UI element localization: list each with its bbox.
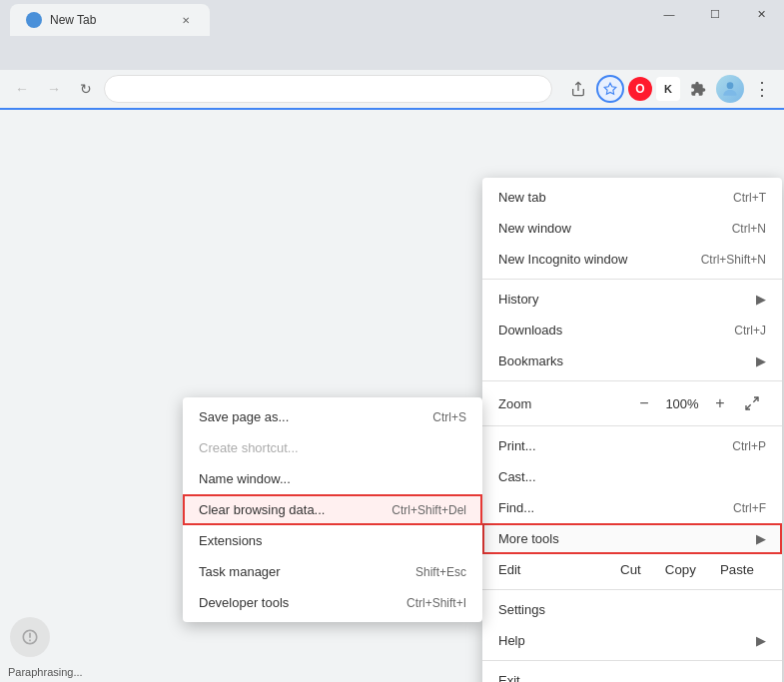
maximize-button[interactable]: ☐ bbox=[692, 0, 738, 28]
zoom-fullscreen-button[interactable] bbox=[738, 389, 766, 417]
svg-line-3 bbox=[746, 404, 751, 409]
share-icon[interactable] bbox=[564, 75, 592, 103]
settings-label: Settings bbox=[498, 602, 766, 617]
opera-icon[interactable]: O bbox=[628, 77, 652, 101]
zoom-label: Zoom bbox=[498, 396, 630, 411]
tab-close-button[interactable]: ✕ bbox=[178, 12, 194, 28]
zoom-plus-button[interactable]: + bbox=[706, 389, 734, 417]
extensions-label: Extensions bbox=[199, 533, 466, 548]
menu-item-history[interactable]: History ▶ bbox=[482, 284, 782, 315]
clear-browsing-shortcut: Ctrl+Shift+Del bbox=[392, 503, 466, 517]
main-menu: New tab Ctrl+T New window Ctrl+N New Inc… bbox=[482, 178, 782, 682]
browser-window: New Tab ✕ — ☐ ✕ ← → ↻ bbox=[0, 0, 784, 682]
copy-button[interactable]: Copy bbox=[653, 558, 708, 581]
tab-favicon bbox=[26, 12, 42, 28]
active-tab[interactable]: New Tab ✕ bbox=[10, 4, 210, 36]
close-button[interactable]: ✕ bbox=[738, 0, 784, 28]
edit-row: Edit Cut Copy Paste bbox=[482, 554, 782, 585]
menu-button[interactable]: ⋮ bbox=[748, 75, 776, 103]
menu-item-find[interactable]: Find... Ctrl+F bbox=[482, 492, 782, 523]
downloads-label: Downloads bbox=[498, 323, 714, 338]
submenu-item-task-manager[interactable]: Task manager Shift+Esc bbox=[183, 556, 482, 587]
tab-title: New Tab bbox=[50, 13, 170, 27]
menu-item-help[interactable]: Help ▶ bbox=[482, 625, 782, 656]
paste-button[interactable]: Paste bbox=[708, 558, 766, 581]
cast-label: Cast... bbox=[498, 469, 766, 484]
svg-point-1 bbox=[727, 82, 734, 89]
divider-1 bbox=[482, 279, 782, 280]
toolbar-icons: O K ⋮ bbox=[564, 75, 776, 103]
svg-line-2 bbox=[753, 397, 758, 402]
divider-5 bbox=[482, 660, 782, 661]
new-window-shortcut: Ctrl+N bbox=[732, 222, 766, 236]
minimize-button[interactable]: — bbox=[646, 0, 692, 28]
print-label: Print... bbox=[498, 438, 712, 453]
new-tab-label: New tab bbox=[498, 190, 713, 205]
divider-3 bbox=[482, 425, 782, 426]
divider-2 bbox=[482, 380, 782, 381]
status-text: Paraphrasing... bbox=[8, 666, 83, 678]
submenu-item-save-page[interactable]: Save page as... Ctrl+S bbox=[183, 401, 482, 432]
submenu-item-name-window[interactable]: Name window... bbox=[183, 463, 482, 494]
new-tab-shortcut: Ctrl+T bbox=[733, 191, 766, 205]
help-label: Help bbox=[498, 633, 752, 648]
forward-button[interactable]: → bbox=[40, 75, 68, 103]
name-window-label: Name window... bbox=[199, 471, 466, 486]
submenu-item-create-shortcut[interactable]: Create shortcut... bbox=[183, 432, 482, 463]
bookmarks-arrow: ▶ bbox=[756, 353, 766, 368]
menu-item-new-window[interactable]: New window Ctrl+N bbox=[482, 213, 782, 244]
menu-item-bookmarks[interactable]: Bookmarks ▶ bbox=[482, 345, 782, 376]
cut-button[interactable]: Cut bbox=[608, 558, 653, 581]
more-tools-label: More tools bbox=[498, 531, 752, 546]
print-shortcut: Ctrl+P bbox=[732, 439, 766, 453]
zoom-row: Zoom − 100% + bbox=[482, 385, 782, 421]
sidebar-icon[interactable] bbox=[10, 617, 50, 657]
menu-item-downloads[interactable]: Downloads Ctrl+J bbox=[482, 315, 782, 345]
new-window-label: New window bbox=[498, 221, 712, 236]
k-extension-icon[interactable]: K bbox=[656, 77, 680, 101]
zoom-value: 100% bbox=[658, 396, 706, 411]
browser-top: New Tab ✕ — ☐ ✕ bbox=[0, 0, 784, 70]
incognito-shortcut: Ctrl+Shift+N bbox=[701, 253, 766, 267]
help-arrow: ▶ bbox=[756, 633, 766, 648]
main-content: New tab Ctrl+T New window Ctrl+N New Inc… bbox=[0, 110, 784, 682]
history-arrow: ▶ bbox=[756, 292, 766, 307]
extensions-icon[interactable] bbox=[684, 75, 712, 103]
edit-label: Edit bbox=[498, 562, 608, 577]
menu-item-print[interactable]: Print... Ctrl+P bbox=[482, 430, 782, 461]
window-controls: — ☐ ✕ bbox=[646, 0, 784, 28]
profile-icon[interactable] bbox=[716, 75, 744, 103]
submenu-item-extensions[interactable]: Extensions bbox=[183, 525, 482, 556]
submenu-item-developer-tools[interactable]: Developer tools Ctrl+Shift+I bbox=[183, 587, 482, 618]
bookmark-icon[interactable] bbox=[596, 75, 624, 103]
menu-item-more-tools[interactable]: More tools ▶ bbox=[482, 523, 782, 554]
reload-button[interactable]: ↻ bbox=[72, 75, 100, 103]
menu-item-settings[interactable]: Settings bbox=[482, 594, 782, 625]
create-shortcut-label: Create shortcut... bbox=[199, 440, 466, 455]
exit-label: Exit bbox=[498, 673, 766, 682]
menu-item-new-tab[interactable]: New tab Ctrl+T bbox=[482, 182, 782, 213]
downloads-shortcut: Ctrl+J bbox=[734, 324, 766, 338]
developer-tools-label: Developer tools bbox=[199, 595, 406, 610]
svg-marker-0 bbox=[604, 83, 616, 94]
clear-browsing-label: Clear browsing data... bbox=[199, 502, 392, 517]
submenu-item-clear-browsing[interactable]: Clear browsing data... Ctrl+Shift+Del bbox=[183, 494, 482, 525]
find-label: Find... bbox=[498, 500, 713, 515]
address-bar[interactable] bbox=[104, 75, 552, 103]
menu-item-exit[interactable]: Exit bbox=[482, 665, 782, 682]
history-label: History bbox=[498, 292, 752, 307]
menu-item-cast[interactable]: Cast... bbox=[482, 461, 782, 492]
bookmarks-label: Bookmarks bbox=[498, 353, 752, 368]
menu-item-incognito[interactable]: New Incognito window Ctrl+Shift+N bbox=[482, 244, 782, 275]
more-tools-submenu: Save page as... Ctrl+S Create shortcut..… bbox=[183, 397, 482, 622]
developer-tools-shortcut: Ctrl+Shift+I bbox=[406, 596, 466, 610]
save-page-shortcut: Ctrl+S bbox=[432, 410, 466, 424]
divider-4 bbox=[482, 589, 782, 590]
task-manager-shortcut: Shift+Esc bbox=[415, 565, 466, 579]
back-button[interactable]: ← bbox=[8, 75, 36, 103]
task-manager-label: Task manager bbox=[199, 564, 415, 579]
zoom-minus-button[interactable]: − bbox=[630, 389, 658, 417]
incognito-label: New Incognito window bbox=[498, 252, 681, 267]
save-page-label: Save page as... bbox=[199, 409, 432, 424]
toolbar: ← → ↻ O K bbox=[0, 70, 784, 110]
